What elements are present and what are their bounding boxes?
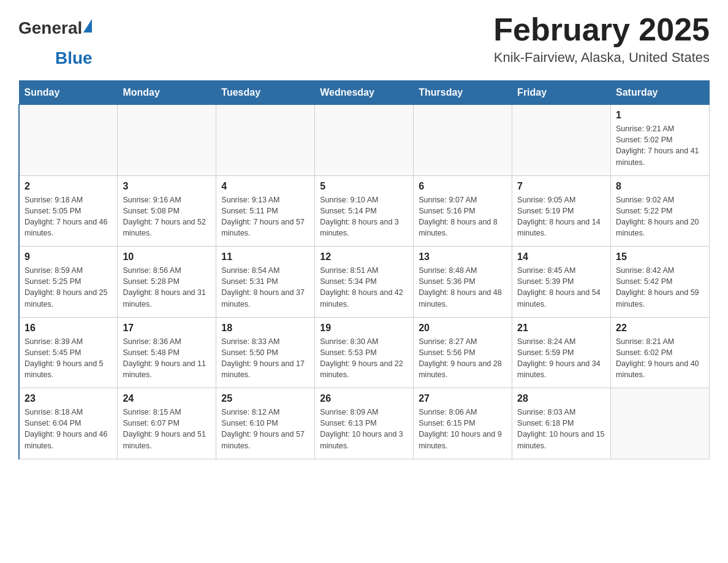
calendar-cell: 5Sunrise: 9:10 AM Sunset: 5:14 PM Daylig… — [315, 175, 414, 247]
calendar-cell: 24Sunrise: 8:15 AM Sunset: 6:07 PM Dayli… — [118, 388, 216, 459]
day-info: Sunrise: 8:18 AM Sunset: 6:04 PM Dayligh… — [25, 407, 112, 451]
week-row-3: 9Sunrise: 8:59 AM Sunset: 5:25 PM Daylig… — [19, 247, 710, 318]
calendar-cell: 19Sunrise: 8:30 AM Sunset: 5:53 PM Dayli… — [315, 317, 414, 388]
day-info: Sunrise: 8:24 AM Sunset: 5:59 PM Dayligh… — [517, 336, 605, 381]
day-number: 6 — [419, 181, 507, 192]
day-number: 18 — [221, 323, 309, 334]
day-number: 26 — [320, 393, 408, 404]
calendar-cell — [315, 105, 414, 176]
day-info: Sunrise: 8:12 AM Sunset: 6:10 PM Dayligh… — [221, 407, 309, 451]
weekday-header-tuesday: Tuesday — [216, 81, 315, 105]
week-row-4: 16Sunrise: 8:39 AM Sunset: 5:45 PM Dayli… — [19, 317, 710, 388]
day-number: 27 — [419, 393, 507, 404]
day-number: 13 — [419, 251, 507, 262]
day-info: Sunrise: 9:10 AM Sunset: 5:14 PM Dayligh… — [320, 194, 408, 239]
calendar-cell — [414, 105, 512, 176]
logo-blue-text: Blue — [55, 48, 93, 67]
day-number: 16 — [25, 323, 112, 334]
calendar-cell — [19, 105, 118, 176]
calendar-cell: 27Sunrise: 8:06 AM Sunset: 6:15 PM Dayli… — [414, 388, 512, 459]
calendar-cell — [611, 388, 710, 459]
day-info: Sunrise: 8:03 AM Sunset: 6:18 PM Dayligh… — [517, 407, 605, 451]
day-info: Sunrise: 9:05 AM Sunset: 5:19 PM Dayligh… — [517, 194, 605, 239]
day-number: 7 — [517, 181, 605, 192]
day-info: Sunrise: 9:02 AM Sunset: 5:22 PM Dayligh… — [616, 194, 704, 239]
weekday-header-thursday: Thursday — [414, 81, 512, 105]
day-info: Sunrise: 9:13 AM Sunset: 5:11 PM Dayligh… — [221, 194, 309, 239]
day-info: Sunrise: 8:45 AM Sunset: 5:39 PM Dayligh… — [517, 265, 605, 310]
calendar-cell: 4Sunrise: 9:13 AM Sunset: 5:11 PM Daylig… — [216, 175, 315, 247]
day-info: Sunrise: 8:51 AM Sunset: 5:34 PM Dayligh… — [320, 265, 408, 310]
calendar-cell: 21Sunrise: 8:24 AM Sunset: 5:59 PM Dayli… — [512, 317, 611, 388]
day-number: 12 — [320, 251, 408, 262]
calendar-cell: 8Sunrise: 9:02 AM Sunset: 5:22 PM Daylig… — [611, 175, 710, 247]
day-info: Sunrise: 9:21 AM Sunset: 5:02 PM Dayligh… — [616, 123, 704, 168]
day-number: 11 — [221, 251, 309, 262]
location-subtitle: Knik-Fairview, Alaska, United States — [493, 50, 710, 66]
week-row-2: 2Sunrise: 9:18 AM Sunset: 5:05 PM Daylig… — [19, 175, 710, 247]
day-info: Sunrise: 8:15 AM Sunset: 6:07 PM Dayligh… — [123, 407, 211, 451]
calendar-cell: 14Sunrise: 8:45 AM Sunset: 5:39 PM Dayli… — [512, 247, 611, 318]
calendar-cell — [512, 105, 611, 176]
calendar-cell: 23Sunrise: 8:18 AM Sunset: 6:04 PM Dayli… — [19, 388, 118, 459]
calendar-cell: 20Sunrise: 8:27 AM Sunset: 5:56 PM Dayli… — [414, 317, 512, 388]
logo-general-text: General — [18, 18, 82, 38]
day-info: Sunrise: 8:21 AM Sunset: 6:02 PM Dayligh… — [616, 336, 704, 381]
calendar-cell: 15Sunrise: 8:42 AM Sunset: 5:42 PM Dayli… — [611, 247, 710, 318]
day-info: Sunrise: 8:59 AM Sunset: 5:25 PM Dayligh… — [25, 265, 112, 310]
calendar-cell: 3Sunrise: 9:16 AM Sunset: 5:08 PM Daylig… — [118, 175, 216, 247]
day-number: 22 — [616, 323, 704, 334]
calendar-cell: 10Sunrise: 8:56 AM Sunset: 5:28 PM Dayli… — [118, 247, 216, 318]
day-number: 15 — [616, 251, 704, 262]
day-number: 9 — [25, 251, 112, 262]
calendar-cell: 13Sunrise: 8:48 AM Sunset: 5:36 PM Dayli… — [414, 247, 512, 318]
day-info: Sunrise: 8:48 AM Sunset: 5:36 PM Dayligh… — [419, 265, 507, 310]
calendar-cell: 7Sunrise: 9:05 AM Sunset: 5:19 PM Daylig… — [512, 175, 611, 247]
day-number: 3 — [123, 181, 211, 192]
day-number: 5 — [320, 181, 408, 192]
calendar-cell: 26Sunrise: 8:09 AM Sunset: 6:13 PM Dayli… — [315, 388, 414, 459]
calendar-cell: 1Sunrise: 9:21 AM Sunset: 5:02 PM Daylig… — [611, 105, 710, 176]
day-info: Sunrise: 8:42 AM Sunset: 5:42 PM Dayligh… — [616, 265, 704, 310]
calendar-cell: 6Sunrise: 9:07 AM Sunset: 5:16 PM Daylig… — [414, 175, 512, 247]
calendar-cell: 25Sunrise: 8:12 AM Sunset: 6:10 PM Dayli… — [216, 388, 315, 459]
day-number: 24 — [123, 393, 211, 404]
weekday-header-friday: Friday — [512, 81, 611, 105]
day-number: 17 — [123, 323, 211, 334]
calendar-cell — [118, 105, 216, 176]
week-row-5: 23Sunrise: 8:18 AM Sunset: 6:04 PM Dayli… — [19, 388, 710, 459]
calendar-body: 1Sunrise: 9:21 AM Sunset: 5:02 PM Daylig… — [19, 105, 710, 459]
day-number: 10 — [123, 251, 211, 262]
day-info: Sunrise: 8:36 AM Sunset: 5:48 PM Dayligh… — [123, 336, 211, 381]
day-info: Sunrise: 8:06 AM Sunset: 6:15 PM Dayligh… — [419, 407, 507, 451]
weekday-header-saturday: Saturday — [611, 81, 710, 105]
calendar-cell — [216, 105, 315, 176]
weekday-header-wednesday: Wednesday — [315, 81, 414, 105]
day-info: Sunrise: 9:18 AM Sunset: 5:05 PM Dayligh… — [25, 194, 112, 239]
day-info: Sunrise: 8:39 AM Sunset: 5:45 PM Dayligh… — [25, 336, 112, 381]
day-info: Sunrise: 8:56 AM Sunset: 5:28 PM Dayligh… — [123, 265, 211, 310]
weekday-header-row: SundayMondayTuesdayWednesdayThursdayFrid… — [19, 81, 710, 105]
calendar-cell: 2Sunrise: 9:18 AM Sunset: 5:05 PM Daylig… — [19, 175, 118, 247]
day-number: 2 — [25, 181, 112, 192]
weekday-header-monday: Monday — [118, 81, 216, 105]
day-number: 14 — [517, 251, 605, 262]
day-number: 28 — [517, 393, 605, 404]
title-block: February 2025 Knik-Fairview, Alaska, Uni… — [493, 12, 710, 66]
calendar-cell: 22Sunrise: 8:21 AM Sunset: 6:02 PM Dayli… — [611, 317, 710, 388]
calendar-cell: 17Sunrise: 8:36 AM Sunset: 5:48 PM Dayli… — [118, 317, 216, 388]
calendar-table: SundayMondayTuesdayWednesdayThursdayFrid… — [18, 80, 710, 459]
calendar-cell: 12Sunrise: 8:51 AM Sunset: 5:34 PM Dayli… — [315, 247, 414, 318]
day-number: 25 — [221, 393, 309, 404]
calendar-cell: 11Sunrise: 8:54 AM Sunset: 5:31 PM Dayli… — [216, 247, 315, 318]
calendar-cell: 18Sunrise: 8:33 AM Sunset: 5:50 PM Dayli… — [216, 317, 315, 388]
logo: General — [18, 18, 92, 38]
day-number: 1 — [616, 110, 704, 121]
day-info: Sunrise: 8:30 AM Sunset: 5:53 PM Dayligh… — [320, 336, 408, 381]
day-number: 8 — [616, 181, 704, 192]
day-number: 4 — [221, 181, 309, 192]
day-info: Sunrise: 8:54 AM Sunset: 5:31 PM Dayligh… — [221, 265, 309, 310]
day-info: Sunrise: 9:16 AM Sunset: 5:08 PM Dayligh… — [123, 194, 211, 239]
weekday-header-sunday: Sunday — [19, 81, 118, 105]
day-info: Sunrise: 8:09 AM Sunset: 6:13 PM Dayligh… — [320, 407, 408, 451]
